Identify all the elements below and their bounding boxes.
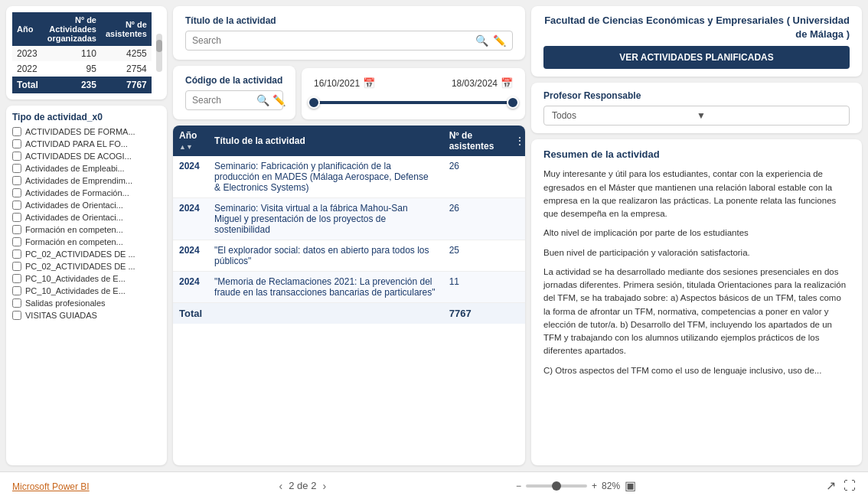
filter-item[interactable]: PC_02_ACTIVIDADES DE ... bbox=[12, 262, 161, 271]
filter-item[interactable]: ACTIVIDADES DE FORMA... bbox=[12, 127, 161, 136]
table-menu-button[interactable]: ⋮ bbox=[514, 135, 525, 147]
total-actividades: 235 bbox=[43, 77, 101, 93]
code-edit-icon-btn[interactable]: ✏️ bbox=[272, 94, 286, 106]
filter-item[interactable]: Actividades de Empleabi... bbox=[12, 164, 161, 173]
title-search-input-wrap[interactable]: 🔍 ✏️ bbox=[185, 31, 513, 51]
act-asistentes-3: 11 bbox=[443, 272, 510, 303]
table-header-wrap: Año ▲▼ Título de la actividad Nº de asis… bbox=[173, 126, 525, 324]
act-title-2: "El explorador social: datos en abierto … bbox=[208, 240, 443, 272]
zoom-level: 82% bbox=[602, 481, 620, 491]
filter-label-6: Actividades de Orientaci... bbox=[25, 201, 123, 210]
filter-item[interactable]: ACTIVIDADES DE ACOGI... bbox=[12, 152, 161, 161]
filter-checkbox-11[interactable] bbox=[12, 262, 21, 271]
date-code-row: Código de la actividad 🔍 ✏️ 16/10/2021 📅… bbox=[173, 66, 525, 119]
power-bi-link[interactable]: Microsoft Power BI bbox=[12, 481, 90, 492]
filter-checkbox-15[interactable] bbox=[12, 311, 21, 320]
filter-item[interactable]: Actividades de Formación... bbox=[12, 188, 161, 197]
code-search-icon-btn[interactable]: 🔍 bbox=[256, 94, 269, 106]
filter-checkbox-10[interactable] bbox=[12, 250, 21, 259]
zoom-control: − + 82% ▣ bbox=[516, 478, 636, 493]
filter-item[interactable]: PC_02_ACTIVIDADES DE ... bbox=[12, 250, 161, 259]
calendar-start-icon[interactable]: 📅 bbox=[363, 77, 375, 89]
year-cell: 2023 bbox=[12, 46, 43, 61]
act-empty-2 bbox=[510, 240, 525, 272]
filter-checkbox-14[interactable] bbox=[12, 298, 21, 308]
filter-checkbox-0[interactable] bbox=[12, 127, 21, 136]
act-col-year-header: Año ▲▼ bbox=[173, 126, 208, 156]
code-input-wrap[interactable]: 🔍 ✏️ bbox=[185, 90, 283, 110]
summary-para-0: Muy interesante y útil para los estudian… bbox=[543, 168, 850, 220]
activities-total-label: Total bbox=[173, 303, 208, 325]
title-search-icon-btn[interactable]: 🔍 bbox=[475, 34, 488, 47]
zoom-minus-icon[interactable]: − bbox=[516, 481, 521, 491]
range-handle-right[interactable] bbox=[507, 96, 519, 109]
filter-label-2: ACTIVIDADES DE ACOGI... bbox=[25, 152, 132, 161]
filter-title: Tipo de actividad_x0 bbox=[12, 112, 161, 122]
title-search-input[interactable] bbox=[192, 35, 471, 46]
filter-item[interactable]: Formación en competen... bbox=[12, 225, 161, 234]
code-search-input[interactable] bbox=[192, 95, 253, 106]
filter-checkbox-2[interactable] bbox=[12, 152, 21, 161]
date-range-header: 16/10/2021 📅 18/03/2024 📅 bbox=[314, 77, 513, 89]
act-empty-1 bbox=[510, 198, 525, 240]
activities-total-spacer bbox=[208, 303, 443, 325]
left-panel: Año Nº de Actividades organizadas Nº de … bbox=[6, 6, 167, 465]
filter-checkbox-13[interactable] bbox=[12, 286, 21, 295]
filter-item[interactable]: PC_10_Actividades de E... bbox=[12, 286, 161, 295]
date-range-card: 16/10/2021 📅 18/03/2024 📅 bbox=[302, 68, 525, 119]
filter-checkbox-4[interactable] bbox=[12, 176, 21, 185]
table-row: 2023 110 4255 bbox=[12, 46, 152, 61]
center-panel: Título de la actividad 🔍 ✏️ Código de la… bbox=[173, 6, 525, 465]
filter-item[interactable]: PC_10_Actividades de E... bbox=[12, 274, 161, 283]
act-year-1: 2024 bbox=[173, 198, 208, 240]
prev-page-button[interactable]: ‹ bbox=[279, 480, 283, 492]
page-info: 2 de 2 bbox=[289, 480, 316, 491]
filter-label-10: PC_02_ACTIVIDADES DE ... bbox=[25, 250, 135, 259]
date-range-slider[interactable] bbox=[314, 95, 513, 110]
date-start-value: 16/10/2021 bbox=[314, 78, 360, 89]
summary-title: Resumen de la actividad bbox=[543, 148, 850, 160]
calendar-end-icon[interactable]: 📅 bbox=[501, 77, 513, 89]
act-empty-0 bbox=[510, 156, 525, 198]
filter-checkbox-3[interactable] bbox=[12, 164, 21, 173]
activities-table: Año ▲▼ Título de la actividad Nº de asis… bbox=[173, 126, 525, 324]
filter-label-15: VISITAS GUIADAS bbox=[25, 311, 97, 320]
zoom-slider[interactable] bbox=[526, 484, 587, 488]
fit-page-button[interactable]: ▣ bbox=[625, 478, 636, 493]
ver-actividades-button[interactable]: VER ACTIVIDADES PLANIFICADAS bbox=[543, 46, 850, 69]
filter-checkbox-8[interactable] bbox=[12, 225, 21, 234]
right-panel: Facultad de Ciencias Económicas y Empres… bbox=[531, 6, 862, 465]
filter-item[interactable]: Salidas profesionales bbox=[12, 298, 161, 308]
next-page-button[interactable]: › bbox=[322, 480, 326, 492]
table-row: 2022 95 2754 bbox=[12, 61, 152, 77]
range-handle-left[interactable] bbox=[308, 96, 320, 109]
filter-checkbox-7[interactable] bbox=[12, 213, 21, 222]
fullscreen-button[interactable]: ⛶ bbox=[844, 479, 856, 493]
stats-table: Año Nº de Actividades organizadas Nº de … bbox=[12, 12, 152, 93]
act-col-title-header: Título de la actividad bbox=[208, 126, 443, 156]
filter-label-0: ACTIVIDADES DE FORMA... bbox=[25, 127, 135, 136]
filter-checkbox-6[interactable] bbox=[12, 201, 21, 210]
filter-checkbox-12[interactable] bbox=[12, 274, 21, 283]
filter-item[interactable]: Actividades de Orientaci... bbox=[12, 201, 161, 210]
filter-item[interactable]: ACTIVIDAD PARA EL FO... bbox=[12, 139, 161, 148]
zoom-plus-icon[interactable]: + bbox=[592, 481, 597, 491]
filter-item[interactable]: Actividades de Emprendim... bbox=[12, 176, 161, 185]
code-label: Código de la actividad bbox=[185, 75, 283, 86]
filter-item[interactable]: Actividades de Orientaci... bbox=[12, 213, 161, 222]
filter-item[interactable]: Formación en competen... bbox=[12, 237, 161, 246]
bottom-right: ↗ ⛶ bbox=[826, 478, 856, 493]
filter-checkbox-1[interactable] bbox=[12, 139, 21, 148]
filter-item[interactable]: VISITAS GUIADAS bbox=[12, 311, 161, 320]
title-edit-icon-btn[interactable]: ✏️ bbox=[493, 34, 506, 47]
act-year-3: 2024 bbox=[173, 272, 208, 303]
filter-checkbox-9[interactable] bbox=[12, 237, 21, 246]
year-cell: 2022 bbox=[12, 61, 43, 77]
act-col-asistentes-header: Nº de asistentes bbox=[443, 126, 510, 156]
chevron-down-icon: ▼ bbox=[697, 110, 841, 121]
profesor-select-dropdown[interactable]: Todos ▼ bbox=[543, 106, 850, 126]
filter-checkbox-5[interactable] bbox=[12, 188, 21, 197]
filter-label-4: Actividades de Emprendim... bbox=[25, 176, 132, 185]
share-button[interactable]: ↗ bbox=[826, 478, 836, 493]
act-year-2: 2024 bbox=[173, 240, 208, 272]
